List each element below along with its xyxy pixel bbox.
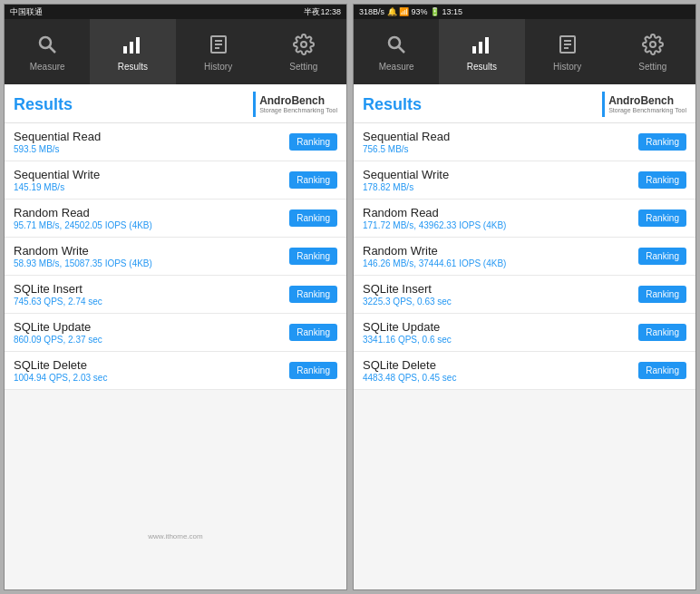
result-info-4: SQLite Insert745.63 QPS, 2.74 sec bbox=[14, 282, 289, 307]
result-row: SQLite Delete1004.94 QPS, 2.03 secRankin… bbox=[5, 352, 346, 390]
result-row: Sequential Write178.82 MB/sRanking bbox=[354, 161, 695, 200]
status-bar-right: 半夜12:38 bbox=[304, 6, 341, 18]
nav-icon-measure bbox=[385, 34, 407, 59]
result-info-2: Random Read171.72 MB/s, 43962.33 IOPS (4… bbox=[363, 206, 638, 230]
brand-text: AndroBenchStorage Benchmarking Tool bbox=[259, 95, 337, 114]
svg-rect-12 bbox=[472, 46, 476, 54]
ranking-button[interactable]: Ranking bbox=[289, 324, 337, 341]
result-row: Random Write58.93 MB/s, 15087.35 IOPS (4… bbox=[5, 238, 346, 276]
result-row: Random Write146.26 MB/s, 37444.61 IOPS (… bbox=[354, 238, 695, 276]
result-info-6: SQLite Delete4483.48 QPS, 0.45 sec bbox=[363, 358, 638, 383]
ranking-button[interactable]: Ranking bbox=[289, 209, 337, 227]
results-title: Results bbox=[363, 95, 422, 114]
svg-rect-2 bbox=[123, 46, 127, 54]
result-info-3: Random Write146.26 MB/s, 37444.61 IOPS (… bbox=[363, 244, 638, 268]
result-name: Sequential Read bbox=[363, 130, 638, 143]
ranking-button[interactable]: Ranking bbox=[289, 248, 337, 265]
svg-point-9 bbox=[301, 42, 306, 47]
nav-icon-history bbox=[557, 34, 578, 59]
svg-line-11 bbox=[399, 47, 405, 54]
brand-name: AndroBench bbox=[608, 95, 686, 107]
result-row: SQLite Insert3225.3 QPS, 0.63 secRanking bbox=[354, 276, 695, 314]
ranking-button[interactable]: Ranking bbox=[289, 133, 337, 151]
result-name: SQLite Delete bbox=[14, 358, 289, 372]
nav-item-results[interactable]: Results bbox=[439, 19, 524, 84]
result-name: Sequential Write bbox=[14, 168, 289, 181]
brand-sub: Storage Benchmarking Tool bbox=[259, 107, 337, 114]
nav-item-setting[interactable]: Setting bbox=[261, 19, 346, 84]
result-info-2: Random Read95.71 MB/s, 24502.05 IOPS (4K… bbox=[14, 206, 289, 230]
result-value: 171.72 MB/s, 43962.33 IOPS (4KB) bbox=[363, 220, 638, 230]
ranking-button[interactable]: Ranking bbox=[289, 286, 337, 303]
phones-container: 中国联通半夜12:38MeasureResultsHistorySettingR… bbox=[0, 0, 700, 594]
brand-name: AndroBench bbox=[259, 95, 337, 107]
brand-bar-accent bbox=[253, 92, 256, 117]
svg-point-10 bbox=[389, 37, 400, 48]
result-info-3: Random Write58.93 MB/s, 15087.35 IOPS (4… bbox=[14, 244, 289, 268]
nav-label-history: History bbox=[553, 62, 581, 72]
result-name: SQLite Insert bbox=[14, 282, 289, 296]
svg-rect-14 bbox=[485, 37, 489, 54]
nav-icon-measure bbox=[36, 34, 58, 59]
result-name: SQLite Update bbox=[14, 320, 289, 334]
nav-item-measure[interactable]: Measure bbox=[354, 19, 439, 84]
nav-icon-setting bbox=[293, 34, 315, 59]
nav-item-measure[interactable]: Measure bbox=[5, 19, 90, 84]
status-bar: 318B/s 🔔 📶 93% 🔋 13:15 bbox=[354, 5, 695, 19]
results-header: ResultsAndroBenchStorage Benchmarking To… bbox=[5, 84, 346, 123]
nav-label-results: Results bbox=[467, 62, 497, 72]
result-value: 145.19 MB/s bbox=[14, 182, 289, 192]
results-title: Results bbox=[14, 95, 73, 114]
result-value: 58.93 MB/s, 15087.35 IOPS (4KB) bbox=[14, 258, 289, 268]
nav-item-history[interactable]: History bbox=[176, 19, 261, 84]
nav-icon-setting bbox=[642, 34, 664, 59]
nav-label-results: Results bbox=[118, 62, 148, 72]
result-name: SQLite Update bbox=[363, 320, 638, 334]
brand: AndroBenchStorage Benchmarking Tool bbox=[253, 92, 337, 117]
result-info-0: Sequential Read756.5 MB/s bbox=[363, 130, 638, 154]
ranking-button[interactable]: Ranking bbox=[638, 209, 686, 227]
result-name: SQLite Insert bbox=[363, 282, 638, 296]
ranking-button[interactable]: Ranking bbox=[638, 248, 686, 265]
svg-line-1 bbox=[50, 47, 56, 54]
result-info-0: Sequential Read593.5 MB/s bbox=[14, 130, 289, 154]
result-name: Sequential Read bbox=[14, 130, 289, 143]
ranking-button[interactable]: Ranking bbox=[638, 362, 686, 379]
svg-rect-4 bbox=[136, 37, 140, 54]
result-row: Sequential Read593.5 MB/sRanking bbox=[5, 123, 346, 161]
result-info-1: Sequential Write178.82 MB/s bbox=[363, 168, 638, 192]
result-row: Random Read171.72 MB/s, 43962.33 IOPS (4… bbox=[354, 200, 695, 238]
ranking-button[interactable]: Ranking bbox=[638, 133, 686, 151]
result-info-6: SQLite Delete1004.94 QPS, 2.03 sec bbox=[14, 358, 289, 383]
result-info-4: SQLite Insert3225.3 QPS, 0.63 sec bbox=[363, 282, 638, 307]
status-bar-left: 318B/s 🔔 📶 93% 🔋 13:15 bbox=[359, 7, 462, 16]
result-info-5: SQLite Update860.09 QPS, 2.37 sec bbox=[14, 320, 289, 345]
phone-2: 318B/s 🔔 📶 93% 🔋 13:15MeasureResultsHist… bbox=[353, 4, 696, 590]
nav-item-setting[interactable]: Setting bbox=[610, 19, 695, 84]
brand-text: AndroBenchStorage Benchmarking Tool bbox=[608, 95, 686, 114]
ranking-button[interactable]: Ranking bbox=[638, 324, 686, 341]
ranking-button[interactable]: Ranking bbox=[289, 362, 337, 379]
nav-item-history[interactable]: History bbox=[525, 19, 610, 84]
result-row: Sequential Read756.5 MB/sRanking bbox=[354, 123, 695, 161]
result-name: Random Read bbox=[363, 206, 638, 219]
result-name: Random Write bbox=[363, 244, 638, 258]
result-row: Random Read95.71 MB/s, 24502.05 IOPS (4K… bbox=[5, 200, 346, 238]
result-value: 593.5 MB/s bbox=[14, 144, 289, 154]
result-value: 756.5 MB/s bbox=[363, 144, 638, 154]
result-name: Random Read bbox=[14, 206, 289, 219]
ranking-button[interactable]: Ranking bbox=[638, 286, 686, 303]
result-value: 3225.3 QPS, 0.63 sec bbox=[363, 297, 638, 307]
svg-rect-13 bbox=[479, 42, 482, 54]
result-value: 95.71 MB/s, 24502.05 IOPS (4KB) bbox=[14, 220, 289, 230]
result-row: SQLite Update860.09 QPS, 2.37 secRanking bbox=[5, 314, 346, 352]
result-info-5: SQLite Update3341.16 QPS, 0.6 sec bbox=[363, 320, 638, 345]
brand-sub: Storage Benchmarking Tool bbox=[608, 107, 686, 114]
nav-label-history: History bbox=[204, 62, 232, 72]
ranking-button[interactable]: Ranking bbox=[638, 171, 686, 189]
result-info-1: Sequential Write145.19 MB/s bbox=[14, 168, 289, 192]
result-name: Sequential Write bbox=[363, 168, 638, 181]
nav-item-results[interactable]: Results bbox=[90, 19, 175, 84]
svg-point-19 bbox=[650, 42, 656, 47]
ranking-button[interactable]: Ranking bbox=[289, 171, 337, 189]
